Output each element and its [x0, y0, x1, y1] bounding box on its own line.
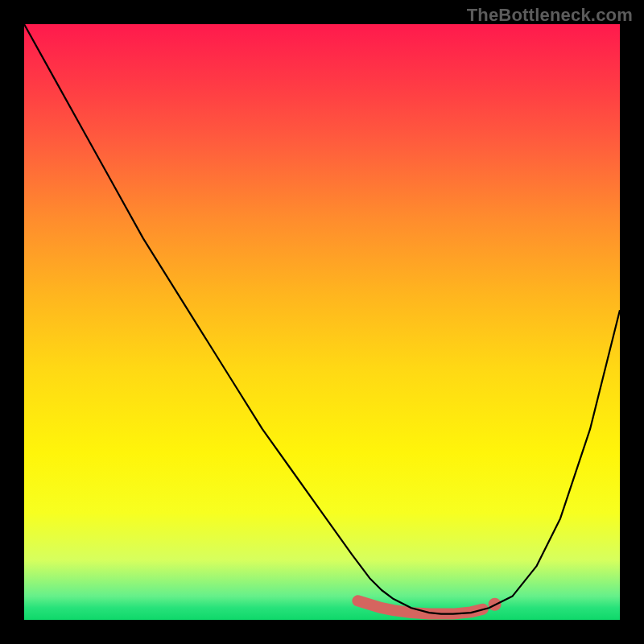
chart-svg	[24, 24, 620, 620]
bottleneck-curve	[24, 24, 620, 614]
watermark-text: TheBottleneck.com	[467, 5, 633, 26]
chart-stage: TheBottleneck.com	[0, 0, 644, 644]
plot-area	[24, 24, 620, 620]
optimal-range-band	[357, 601, 482, 613]
